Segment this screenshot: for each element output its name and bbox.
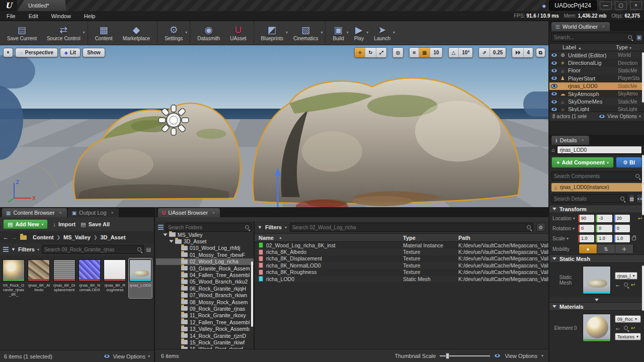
file-row[interactable]: richa_8K_Roughness Texture K:/dev/ue/Vau… xyxy=(255,269,548,276)
cb-view-options[interactable]: View Options ▾ xyxy=(104,353,150,359)
visibility-eye-icon[interactable] xyxy=(551,53,557,57)
toolbar-button[interactable]: ⇄ Source Control ▾ xyxy=(42,21,86,45)
tab-close-icon[interactable]: × xyxy=(212,210,215,215)
asset-search-input[interactable] xyxy=(44,247,137,252)
save-search-icon[interactable]: ▤ xyxy=(146,247,151,252)
mobility-stationary-button[interactable]: ⇅ xyxy=(597,244,615,253)
section-transform[interactable]: Transform xyxy=(549,205,644,213)
visibility-eye-icon[interactable] xyxy=(551,61,557,65)
ua-search[interactable] xyxy=(290,223,533,232)
folder-tree-item[interactable]: 06_Rock_Granite_rkjqH xyxy=(156,285,254,292)
back-arrow-icon[interactable]: ← xyxy=(3,234,9,240)
camera-speed-button[interactable]: ⏵⏵ xyxy=(512,48,524,57)
sources-panel-toggle-icon[interactable] xyxy=(3,247,9,252)
visibility-eye-icon[interactable] xyxy=(551,92,557,96)
outliner-row[interactable]: ⌂ Floor StaticMe xyxy=(549,67,644,74)
toolbar-button[interactable]: ◩ Blueprints ▾ xyxy=(254,21,288,45)
transform-label[interactable]: Scale▾ xyxy=(552,236,577,241)
file-row[interactable]: richa_8K_Displacement Texture K:/dev/ue/… xyxy=(255,255,548,262)
z-value-field[interactable]: 20 xyxy=(614,215,630,222)
column-type[interactable]: Type ▾ xyxy=(616,44,644,50)
y-value-field[interactable]: 0 xyxy=(596,225,612,232)
show-flags-button[interactable]: Show xyxy=(83,48,105,57)
reset-to-default-icon[interactable]: ↩ xyxy=(631,282,635,288)
outliner-row[interactable]: ☀ DirectionalLig Direction xyxy=(549,59,644,66)
folder-tree-item[interactable]: 02_Wood_Log_richa xyxy=(156,258,254,265)
grid-snap-value[interactable]: 10 xyxy=(430,48,442,57)
section-materials[interactable]: Materials xyxy=(549,302,644,311)
tab-close-icon[interactable]: × xyxy=(602,24,605,29)
mobility-movable-button[interactable]: ✛ xyxy=(615,244,633,253)
folder-tree-item[interactable]: 07_Wood_Branch_rkiwn xyxy=(156,292,254,299)
visibility-eye-icon[interactable] xyxy=(551,76,557,80)
column-label[interactable]: Label▲ xyxy=(549,44,616,50)
import-button[interactable]: ↓ Import xyxy=(53,221,75,227)
settings-gear-icon[interactable]: ⚙ xyxy=(536,223,545,232)
edit-blueprint-button[interactable]: ⚙ Bl xyxy=(616,157,642,168)
details-search[interactable] xyxy=(551,194,627,203)
folder-tree-item[interactable]: 12_Fallen_Tree_Assembl xyxy=(156,319,254,325)
menu-item[interactable]: Help xyxy=(77,11,102,21)
reset-to-default-icon[interactable]: ↩ xyxy=(638,216,643,221)
breadcrumb-item[interactable]: ❯ MS_Valley xyxy=(57,234,91,240)
column-path[interactable]: Path xyxy=(458,235,548,241)
asset-tile[interactable]: 09_Rock_Granite_rjnas_8K_ xyxy=(2,258,25,298)
scale-snap-button[interactable]: ⇗ xyxy=(479,48,490,57)
folder-tree-item[interactable]: 15_Rock_Granite_rkiwf xyxy=(156,339,254,345)
toolbar-button[interactable]: ▣ Build ▾ xyxy=(325,21,349,45)
x-value-field[interactable]: 1.0 xyxy=(578,235,594,242)
z-value-field[interactable]: 1.0 xyxy=(614,235,630,242)
column-name[interactable]: Name▲ xyxy=(255,235,403,241)
details-search-input[interactable] xyxy=(554,196,620,202)
visibility-eye-icon[interactable] xyxy=(551,107,557,112)
toolbar-button[interactable]: ◆ Marketplace xyxy=(118,21,155,45)
scale-snap-value[interactable]: 0.25 xyxy=(490,48,506,57)
tab-close-icon[interactable]: × xyxy=(111,210,114,215)
static-mesh-asset-dropdown[interactable]: rjnas_l▾ xyxy=(615,272,637,280)
x-value-field[interactable]: 90 xyxy=(578,215,594,222)
transform-label[interactable]: Location▾ xyxy=(552,216,577,221)
asset-tile[interactable]: rjnas_8K_Roughness xyxy=(103,258,126,298)
scale-lock-icon[interactable] xyxy=(632,237,636,240)
folder-tree-item[interactable]: 14_Rock_Granite_rjznD xyxy=(156,332,254,339)
outliner-row[interactable]: ☼ SkyLight SkyLight xyxy=(549,106,644,112)
toolbar-button[interactable]: U UAsset xyxy=(225,21,251,45)
forward-arrow-icon[interactable]: → xyxy=(12,234,17,240)
scale-tool-button[interactable]: ⤢ xyxy=(376,48,386,57)
level-viewport[interactable]: ▼ ◇ Perspective ◆ Lit Show ✛ ↻ ⤢ ◍ ⌗ ▦ xyxy=(0,45,548,207)
breadcrumb-item[interactable]: ❯ 3D_Asset xyxy=(94,234,126,240)
folder-tree-item[interactable]: 05_Wood_Branch_rkku2 xyxy=(156,279,254,285)
breadcrumb-item[interactable]: Content xyxy=(30,234,54,240)
tab-content-browser[interactable]: ▦ Content Browser × xyxy=(2,208,67,217)
toolbar-button[interactable]: ▦ Content xyxy=(88,21,118,45)
tree-toggle-icon[interactable] xyxy=(158,225,164,230)
rotate-tool-button[interactable]: ↻ xyxy=(365,48,376,57)
tab-output-log[interactable]: ▣ Output Log × xyxy=(68,208,119,217)
y-value-field[interactable]: -3 xyxy=(596,215,612,222)
outliner-search[interactable] xyxy=(551,33,634,42)
camera-mode-button[interactable]: ◇ Perspective xyxy=(15,48,58,57)
menu-item[interactable]: Edit xyxy=(22,11,45,21)
add-component-button[interactable]: + Add Component ▾ xyxy=(551,157,614,168)
outliner-view-options[interactable]: View Options ▾ xyxy=(599,114,641,119)
components-search-input[interactable] xyxy=(554,173,635,179)
outliner-search-input[interactable] xyxy=(554,35,628,40)
ua-filters-button[interactable]: Filters xyxy=(265,224,282,230)
browse-to-asset-icon[interactable] xyxy=(624,326,628,330)
actor-name-field[interactable]: rjnas_LOD0 xyxy=(557,146,642,154)
thumbnail-scale-slider[interactable] xyxy=(440,355,490,356)
z-value-field[interactable]: 0 xyxy=(614,225,630,232)
asset-search[interactable] xyxy=(42,245,144,254)
file-row[interactable]: richa_LOD0 Static Mesh K:/dev/ue/VaultCa… xyxy=(255,276,548,282)
file-row[interactable]: richa_8K_NormalLOD0 Texture K:/dev/ue/Va… xyxy=(255,262,548,268)
tab-close-icon[interactable]: × xyxy=(59,210,61,215)
camera-speed-value[interactable]: 4 xyxy=(524,48,533,57)
component-row-selected[interactable]: ⌂ rjnas_LOD0(Instance) xyxy=(551,183,642,192)
material-thumbnail[interactable] xyxy=(583,314,611,342)
mobility-static-button[interactable]: ● xyxy=(579,244,597,253)
outliner-row[interactable]: ⌂ rjnas_LOD0 StaticMe xyxy=(549,82,644,90)
folder-tree-item[interactable]: 11_Rock_Granite_rkoxy xyxy=(156,312,254,319)
close-button[interactable]: × xyxy=(630,2,642,10)
asset-tile[interactable]: rjnas_8K_Displacement xyxy=(53,258,76,298)
new-folder-icon[interactable]: ▣ xyxy=(636,34,642,41)
